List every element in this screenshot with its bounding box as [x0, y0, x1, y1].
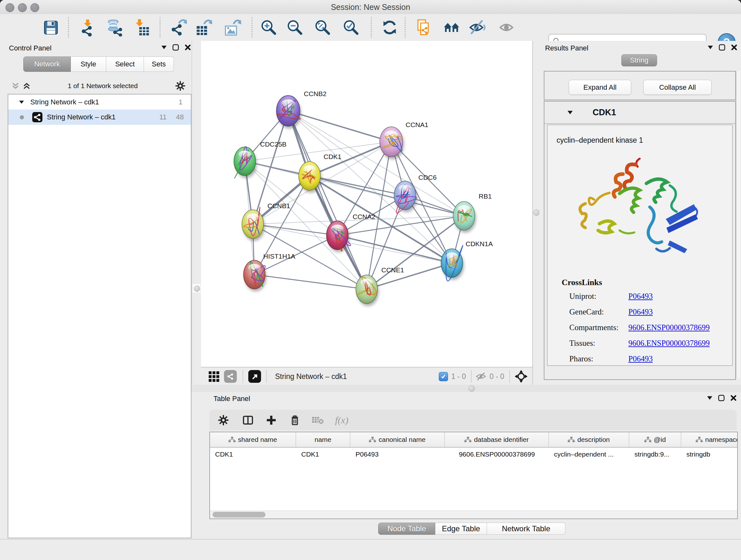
node-CCNA2[interactable]	[327, 221, 351, 252]
expand-all-button[interactable]: Expand All	[569, 80, 631, 95]
column-header-description[interactable]: description	[549, 432, 629, 447]
node-table[interactable]: shared namenamecanonical namedatabase id…	[209, 432, 738, 519]
delete-column-icon[interactable]	[289, 415, 300, 426]
crosslink-value-link[interactable]: P06493	[628, 292, 653, 301]
export-image-button[interactable]	[223, 18, 241, 37]
cell-shared-name[interactable]: CDK1	[210, 448, 296, 461]
tab-string[interactable]: String	[621, 54, 657, 66]
edge-CCNA2-CDKN1A[interactable]	[337, 235, 452, 263]
tab-sets[interactable]: Sets	[144, 57, 174, 72]
edge-CCNB2-CCNA1[interactable]	[288, 111, 391, 142]
edge-CCNB1-CCNA2[interactable]	[253, 224, 337, 235]
splitter-handle[interactable]	[533, 209, 540, 216]
cell--id[interactable]: stringdb:9...	[629, 448, 681, 461]
crosslink-value-link[interactable]: 9606.ENSP00000378699	[628, 339, 710, 348]
panel-close-icon[interactable]	[731, 395, 737, 401]
panel-collapse-icon[interactable]	[707, 396, 712, 400]
edge-CDKN1A-CCNE1[interactable]	[367, 263, 452, 289]
panel-float-icon[interactable]	[719, 44, 725, 51]
panel-collapse-icon[interactable]	[161, 46, 166, 49]
node-label-CCNE1: CCNE1	[381, 266, 404, 273]
zoom-in-button[interactable]	[260, 18, 278, 37]
save-session-button[interactable]	[42, 18, 60, 37]
node-CCNE1[interactable]	[356, 275, 379, 306]
import-table-from-file-button[interactable]	[133, 18, 151, 37]
splitter-handle[interactable]	[194, 286, 200, 292]
node-HIST1H1A[interactable]	[244, 260, 266, 292]
crosslink-value-link[interactable]: P06493	[628, 307, 653, 316]
panel-float-icon[interactable]	[172, 44, 179, 51]
node-CCNB1[interactable]	[242, 207, 265, 241]
import-network-from-file-button[interactable]	[78, 18, 96, 37]
collapse-all-button[interactable]: Collapse All	[643, 80, 712, 95]
hide-selected-button[interactable]	[468, 18, 486, 37]
vertical-splitter-left[interactable]	[192, 41, 202, 385]
tab-network[interactable]: Network	[23, 57, 71, 72]
add-column-icon[interactable]	[266, 415, 277, 426]
panel-collapse-icon[interactable]	[708, 46, 713, 49]
column-header-canonical-name[interactable]: canonical name	[350, 432, 445, 447]
network-row-selected[interactable]: String Network – cdk1 11 48	[8, 110, 191, 125]
show-columns-icon[interactable]	[242, 415, 254, 426]
panel-float-icon[interactable]	[718, 395, 725, 401]
cell-database-identifier[interactable]: 9606.ENSP00000378699	[445, 448, 549, 461]
cell-canonical-name[interactable]: P06493	[350, 448, 445, 461]
scrollbar-thumb[interactable]	[212, 512, 266, 517]
export-network-button[interactable]	[170, 18, 187, 37]
import-network-from-database-button[interactable]	[106, 18, 124, 37]
cell-description[interactable]: cyclin–dependent ...	[549, 448, 629, 461]
edge-CCNB2-CCNE1[interactable]	[288, 111, 367, 289]
export-table-button[interactable]	[195, 18, 212, 37]
collapse-all-networks-icon[interactable]	[11, 82, 19, 89]
table-hscrollbar[interactable]	[210, 510, 737, 518]
zoom-out-button[interactable]	[286, 18, 304, 37]
node-CCNB2[interactable]	[276, 96, 301, 129]
fit-selected-target-icon[interactable]	[515, 370, 528, 383]
string-style-toggle[interactable]	[224, 370, 237, 383]
node-RB1[interactable]	[453, 201, 476, 233]
cell-namespace[interactable]: stringdb	[681, 448, 738, 461]
panel-close-icon[interactable]	[731, 44, 737, 51]
network-view[interactable]: CCNB2CCNA1CDC25BCDK1CDC6RB1CCNB1CCNA2CDK…	[201, 41, 532, 367]
clone-network-button[interactable]	[415, 18, 433, 37]
table-row[interactable]: CDK1CDK1P064939606.ENSP00000378699cyclin…	[210, 448, 738, 461]
tree-expander-icon[interactable]	[19, 101, 24, 104]
zoom-out-icon	[286, 18, 304, 37]
crosslink-value-link[interactable]: P06493	[628, 354, 653, 363]
column-header-database-identifier[interactable]: database identifier	[445, 432, 549, 447]
zoom-selected-button[interactable]	[342, 18, 360, 37]
refresh-button[interactable]	[381, 18, 399, 37]
column-header-name[interactable]: name	[296, 432, 350, 447]
horizontal-splitter[interactable]	[192, 385, 741, 392]
panel-close-icon[interactable]	[185, 44, 191, 51]
edge-HIST1H1A-CCNE1[interactable]	[254, 274, 367, 289]
cell-name[interactable]: CDK1	[296, 448, 350, 461]
expand-all-networks-icon[interactable]	[23, 82, 30, 89]
birds-eye-view-button[interactable]	[248, 370, 261, 383]
tab-network-table[interactable]: Network Table	[487, 523, 565, 535]
vertical-splitter-right[interactable]	[532, 41, 540, 385]
table-options-gear-icon[interactable]	[218, 415, 229, 426]
tab-select[interactable]: Select	[106, 57, 144, 72]
first-neighbors-button[interactable]	[443, 18, 461, 37]
tab-edge-table[interactable]: Edge Table	[435, 523, 487, 535]
selected-checkbox-icon[interactable]	[439, 372, 448, 381]
open-session-button[interactable]	[14, 18, 32, 37]
zoom-fit-button[interactable]	[314, 18, 332, 37]
network-collection-row[interactable]: String Network – cdk1 1	[8, 95, 191, 110]
column-header--id[interactable]: @id	[629, 432, 681, 447]
network-graph[interactable]: CCNB2CCNA1CDC25BCDK1CDC6RB1CCNB1CCNA2CDK…	[201, 41, 532, 367]
card-expander-icon[interactable]	[567, 111, 573, 114]
node-CDKN1A[interactable]	[441, 246, 464, 281]
crosslink-value-link[interactable]: 9606.ENSP00000378699	[628, 323, 710, 332]
column-header-shared-name[interactable]: shared name	[210, 432, 296, 447]
column-header-namespace[interactable]: namespace	[681, 432, 738, 447]
grid-view-icon[interactable]	[208, 371, 219, 382]
tab-style[interactable]: Style	[71, 57, 106, 72]
node-CDK1[interactable]	[299, 162, 322, 193]
results-scrollbar[interactable]	[736, 71, 740, 379]
network-options-gear-icon[interactable]	[175, 80, 186, 91]
splitter-handle[interactable]	[468, 385, 475, 392]
show-all-button[interactable]	[498, 18, 516, 37]
tab-node-table[interactable]: Node Table	[378, 523, 435, 535]
